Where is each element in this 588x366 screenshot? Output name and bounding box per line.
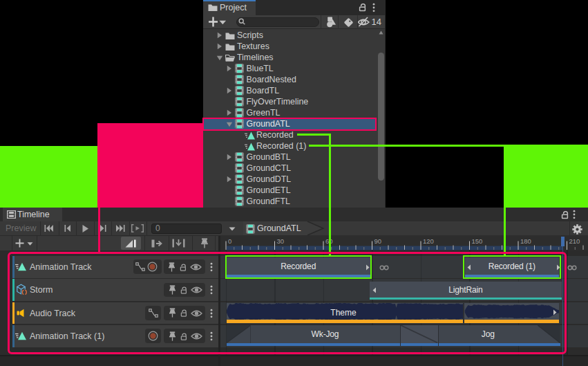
svg-text:0: 0 xyxy=(228,237,231,245)
svg-text:30: 30 xyxy=(276,237,284,245)
svg-text:210: 210 xyxy=(569,237,580,245)
svg-text:90: 90 xyxy=(374,237,381,245)
svg-text:180: 180 xyxy=(520,237,531,245)
svg-text:120: 120 xyxy=(423,237,434,245)
svg-text:150: 150 xyxy=(471,237,482,245)
